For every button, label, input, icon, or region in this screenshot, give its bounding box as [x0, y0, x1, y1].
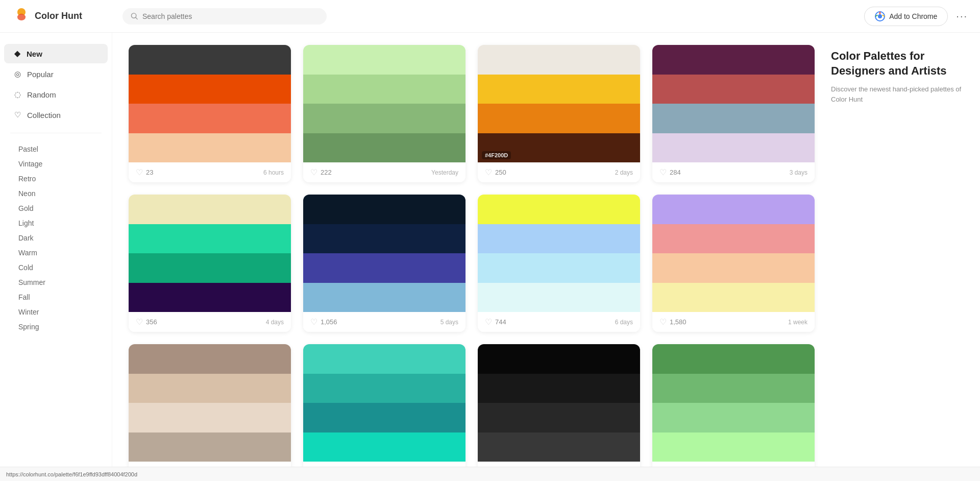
heart-icon[interactable]: ♡: [136, 167, 143, 177]
like-section[interactable]: ♡356: [136, 317, 157, 327]
like-section[interactable]: ♡1,580: [659, 317, 687, 327]
palette-footer: ♡2502 days: [478, 162, 640, 182]
time-label: 4 days: [266, 319, 284, 326]
sidebar-tag-spring[interactable]: Spring: [4, 320, 108, 334]
palette-card[interactable]: ♡236 hours: [129, 45, 291, 182]
add-to-chrome-button[interactable]: Add to Chrome: [864, 7, 948, 26]
logo[interactable]: Color Hunt: [12, 7, 114, 26]
sidebar-random-label: Random: [27, 90, 56, 99]
sidebar-item-popular[interactable]: ◎ Popular: [4, 64, 108, 84]
palette-card[interactable]: ♡1,1201 week: [303, 344, 465, 481]
color-strip: [478, 75, 640, 104]
time-label: 2 days: [615, 169, 633, 176]
palette-footer: ♡1,5801 week: [652, 312, 815, 332]
color-strip: [303, 432, 465, 462]
palette-card[interactable]: ♡9801 week: [129, 344, 291, 481]
layout: ◆ New ◎ Popular ◌ Random ♡ Collection Pa…: [0, 33, 980, 481]
sidebar-tag-fall[interactable]: Fall: [4, 290, 108, 304]
color-strip: [129, 344, 291, 374]
palette-card[interactable]: ♡1,0565 days: [303, 195, 465, 332]
palette-card[interactable]: ♡222Yesterday: [303, 45, 465, 182]
heart-icon[interactable]: ♡: [310, 167, 317, 177]
sidebar-tag-retro[interactable]: Retro: [4, 172, 108, 186]
status-url: https://colorhunt.co/palette/f6f1e9ffd93…: [6, 471, 137, 477]
sidebar-tag-vintage[interactable]: Vintage: [4, 157, 108, 171]
heart-icon[interactable]: ♡: [485, 317, 492, 327]
search-input[interactable]: [142, 12, 318, 20]
like-section[interactable]: ♡284: [659, 167, 681, 177]
heart-icon[interactable]: ♡: [659, 167, 667, 177]
color-strip: [652, 75, 815, 104]
time-label: 5 days: [440, 319, 458, 326]
color-strip: [129, 432, 291, 462]
heart-icon[interactable]: ♡: [136, 317, 143, 327]
time-label: 1 week: [788, 319, 807, 326]
add-to-chrome-label: Add to Chrome: [889, 12, 937, 20]
chrome-icon: [875, 11, 885, 21]
color-strip: [303, 195, 465, 224]
sidebar-tag-light[interactable]: Light: [4, 216, 108, 230]
color-strip: [478, 224, 640, 254]
palette-card[interactable]: #4F200D♡2502 days: [478, 45, 640, 182]
color-strip: [303, 45, 465, 75]
sidebar-item-collection[interactable]: ♡ Collection: [4, 105, 108, 125]
color-strip: [129, 374, 291, 403]
color-strip: [129, 45, 291, 75]
palette-footer: ♡7446 days: [478, 312, 640, 332]
color-strip: [129, 403, 291, 432]
sidebar-tag-dark[interactable]: Dark: [4, 231, 108, 245]
sidebar-tag-cold[interactable]: Cold: [4, 260, 108, 275]
svg-point-1: [17, 14, 26, 20]
color-strip: [303, 224, 465, 254]
color-strip: [129, 253, 291, 283]
color-strip: [652, 133, 815, 163]
more-options-button[interactable]: ···: [956, 10, 968, 22]
palette-card[interactable]: ♡2843 days: [652, 45, 815, 182]
sidebar-item-new[interactable]: ◆ New: [4, 44, 108, 63]
like-section[interactable]: ♡250: [485, 167, 506, 177]
color-strip: [652, 253, 815, 283]
palette-card[interactable]: ♡2,3411 week: [478, 344, 640, 481]
palette-colors: [129, 45, 291, 162]
sidebar-collection-label: Collection: [27, 111, 61, 119]
search-bar[interactable]: [122, 8, 327, 25]
sidebar-item-random[interactable]: ◌ Random: [4, 85, 108, 104]
heart-icon[interactable]: ♡: [659, 317, 667, 327]
sidebar-nav: ◆ New ◎ Popular ◌ Random ♡ Collection: [0, 44, 112, 125]
color-strip: [303, 104, 465, 133]
color-strip: [303, 344, 465, 374]
like-section[interactable]: ♡222: [310, 167, 332, 177]
heart-icon[interactable]: ♡: [485, 167, 492, 177]
color-strip: [303, 374, 465, 403]
sidebar-tag-warm[interactable]: Warm: [4, 246, 108, 260]
palette-card[interactable]: ♡3564 days: [129, 195, 291, 332]
likes-count: 356: [146, 318, 157, 326]
palette-card[interactable]: ♡1,8902 weeks: [652, 344, 815, 481]
new-icon: ◆: [14, 49, 20, 58]
palette-card[interactable]: ♡7446 days: [478, 195, 640, 332]
color-strip: [129, 283, 291, 312]
color-strip: [652, 195, 815, 224]
like-section[interactable]: ♡23: [136, 167, 153, 177]
time-label: 3 days: [790, 169, 807, 176]
sidebar-popular-label: Popular: [27, 70, 54, 79]
palette-card[interactable]: ♡1,5801 week: [652, 195, 815, 332]
likes-count: 250: [495, 169, 506, 176]
right-panel-title: Color Palettes for Designers and Artists: [831, 49, 964, 78]
sidebar-tag-summer[interactable]: Summer: [4, 275, 108, 290]
color-hex-label: #4F200D: [482, 151, 511, 159]
sidebar-tag-pastel[interactable]: Pastel: [4, 142, 108, 156]
sidebar-tag-gold[interactable]: Gold: [4, 201, 108, 215]
heart-icon[interactable]: ♡: [310, 317, 317, 327]
likes-count: 1,056: [321, 318, 337, 326]
color-strip: [478, 403, 640, 432]
like-section[interactable]: ♡744: [485, 317, 506, 327]
color-strip: [478, 195, 640, 224]
palette-colors: [129, 195, 291, 312]
sidebar-tag-neon[interactable]: Neon: [4, 186, 108, 201]
sidebar-tag-winter[interactable]: Winter: [4, 305, 108, 319]
time-label: 6 hours: [263, 169, 284, 176]
color-strip: [652, 104, 815, 133]
header: Color Hunt Add to Chrome ···: [0, 0, 980, 33]
like-section[interactable]: ♡1,056: [310, 317, 337, 327]
